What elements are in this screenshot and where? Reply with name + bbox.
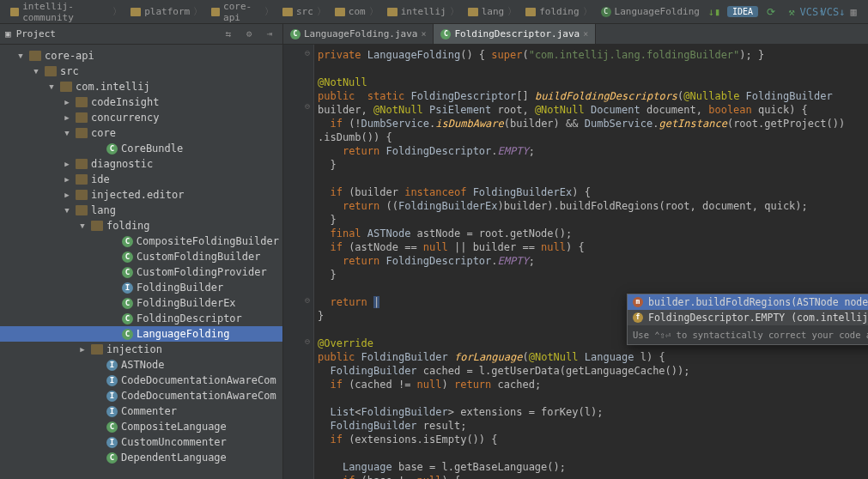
popup-hint: Use ⌃⇧⏎ to syntactically correct your co… — [628, 325, 868, 344]
tree-item[interactable]: ▶codeInsight — [0, 94, 282, 110]
gear-icon[interactable]: ⚙ — [241, 27, 257, 42]
breadcrumb-item[interactable]: src〉 — [279, 3, 330, 20]
tree-item[interactable]: CCompositeLanguage — [0, 419, 282, 434]
code-editor[interactable]: ⊖ ⊖ ⊖ ⊖ private LanguageFolding() { supe… — [283, 45, 868, 479]
tree-item[interactable]: CLanguageFolding — [0, 326, 282, 342]
tree-item[interactable]: ▼core-api — [0, 48, 282, 64]
tree-item[interactable]: ▼folding — [0, 218, 282, 233]
completion-item[interactable]: mbuilder.buildFoldRegions(ASTNode node, … — [628, 294, 868, 310]
breadcrumb-item[interactable]: com〉 — [331, 3, 382, 20]
tree-item[interactable]: CCustomFoldingBuilder — [0, 249, 282, 264]
breadcrumb-item[interactable]: intellij〉 — [384, 3, 463, 20]
breadcrumb: intellij-community〉platform〉core-api〉src… — [7, 0, 703, 25]
vcs-down-icon[interactable]: VCS↓ — [825, 4, 841, 20]
tree-item[interactable]: CFoldingBuilderEx — [0, 295, 282, 311]
tree-item[interactable]: CCoreBundle — [0, 141, 282, 156]
breadcrumb-item[interactable]: folding〉 — [522, 3, 595, 20]
run-icon[interactable]: ↓▮ — [707, 4, 722, 20]
breadcrumb-item[interactable]: platform〉 — [127, 3, 206, 20]
tree-item[interactable]: CDependentLanguage — [0, 450, 282, 465]
tree-item[interactable]: ICommenter — [0, 403, 282, 419]
tree-item[interactable]: ▼core — [0, 125, 282, 141]
tree-item[interactable]: IFoldingBuilder — [0, 280, 282, 295]
vcs-up-icon[interactable]: VCS↑ — [804, 4, 820, 20]
sidebar-title: Project — [16, 28, 215, 39]
tree-item[interactable]: ICodeDocumentationAwareCom — [0, 373, 282, 388]
close-icon[interactable]: × — [421, 29, 426, 39]
hammer-icon[interactable]: ⚒ — [784, 4, 799, 20]
run-config[interactable]: IDEA — [727, 6, 758, 17]
editor-area: CLanguageFolding.java×CFoldingDescriptor… — [283, 24, 868, 479]
tree-item[interactable]: ▼lang — [0, 203, 282, 218]
project-tree[interactable]: ▼core-api▼src▼com.intellij▶codeInsight▶c… — [0, 45, 282, 479]
gutter: ⊖ ⊖ ⊖ ⊖ — [283, 45, 314, 479]
completion-popup[interactable]: mbuilder.buildFoldRegions(ASTNode node, … — [627, 294, 868, 345]
top-toolbar: intellij-community〉platform〉core-api〉src… — [0, 0, 868, 24]
breadcrumb-item[interactable]: core-api〉 — [208, 0, 277, 25]
breadcrumb-item[interactable]: lang〉 — [464, 3, 521, 20]
project-sidebar: ▣ Project ⇆ ⚙ ⇥ ▼core-api▼src▼com.intell… — [0, 24, 283, 479]
code-content: private LanguageFolding() { super("com.i… — [318, 48, 845, 479]
tree-item[interactable]: ▶ide — [0, 172, 282, 187]
tree-item[interactable]: ICustomUncommenter — [0, 434, 282, 450]
sync-icon[interactable]: ⟳ — [763, 4, 779, 20]
close-icon[interactable]: × — [583, 29, 588, 39]
breadcrumb-item[interactable]: CLanguageFolding — [598, 4, 703, 19]
collapse-icon[interactable]: ⇆ — [221, 27, 236, 42]
tree-item[interactable]: ▶injection — [0, 342, 282, 357]
breadcrumb-item[interactable]: intellij-community〉 — [7, 0, 125, 25]
tree-item[interactable]: ICodeDocumentationAwareCom — [0, 388, 282, 403]
tree-item[interactable]: ▶diagnostic — [0, 156, 282, 172]
hide-icon[interactable]: ⇥ — [262, 27, 277, 42]
tree-item[interactable]: CFoldingDescriptor — [0, 311, 282, 326]
tree-item[interactable]: ▶injected.editor — [0, 187, 282, 203]
settings-icon[interactable]: ▦ — [846, 4, 861, 20]
project-icon: ▣ — [5, 28, 11, 39]
tree-item[interactable]: IASTNode — [0, 357, 282, 373]
completion-item[interactable]: fFoldingDescriptor.EMPTY (com.intellij.l… — [628, 310, 868, 325]
tree-item[interactable]: ▼com.intellij — [0, 79, 282, 94]
editor-tab[interactable]: CFoldingDescriptor.java× — [434, 24, 596, 44]
tree-item[interactable]: ▶concurrency — [0, 110, 282, 125]
tree-item[interactable]: CCompositeFoldingBuilder — [0, 233, 282, 249]
tree-item[interactable]: ▼src — [0, 64, 282, 79]
editor-tabs: CLanguageFolding.java×CFoldingDescriptor… — [283, 24, 868, 45]
editor-tab[interactable]: CLanguageFolding.java× — [283, 24, 434, 44]
sidebar-header: ▣ Project ⇆ ⚙ ⇥ — [0, 24, 282, 45]
tree-item[interactable]: CCustomFoldingProvider — [0, 264, 282, 280]
